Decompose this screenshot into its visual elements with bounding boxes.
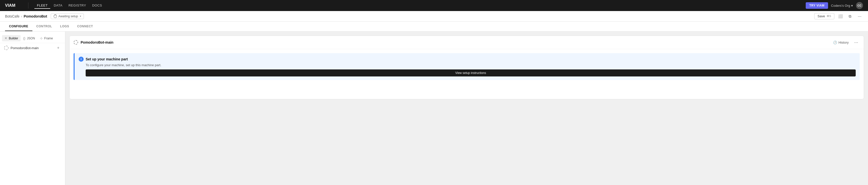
org-selector[interactable]: Coders's Org ▾ [831, 4, 853, 7]
sidebar-tools: ✕ Builder {} JSON ⊹ Frame [0, 34, 65, 43]
json-icon: {} [23, 36, 25, 40]
info-banner-header: i Set up your machine part [79, 57, 856, 62]
nav-divider [28, 2, 28, 8]
tab-configure[interactable]: CONFIGURE [5, 22, 32, 31]
info-icon: i [79, 57, 84, 62]
user-avatar[interactable]: CC [856, 2, 863, 9]
save-label: Save [817, 14, 825, 18]
info-title: Set up your machine part [86, 57, 128, 61]
card-more-button[interactable]: ⋯ [853, 39, 860, 46]
status-chevron-icon: ▾ [80, 15, 81, 17]
status-spinner-icon [54, 14, 57, 18]
org-name: Coders's Org [831, 4, 850, 7]
history-button[interactable]: 🕐 History [831, 40, 851, 45]
frame-icon: ⊹ [40, 36, 43, 40]
content-area: PomodoroBot-main 🕐 History ⋯ i Set up yo… [65, 32, 868, 185]
sidebar-tool-json[interactable]: {} JSON [21, 35, 37, 41]
nav-right: TRY VIAM Coders's Org ▾ CC [806, 2, 863, 9]
card-title-icon [73, 40, 78, 45]
info-banner: i Set up your machine part To configure … [73, 53, 860, 80]
breadcrumb-bar: BotsCafe › PomodoroBot Awaiting setup ▾ … [0, 11, 868, 22]
sidebar-tool-frame[interactable]: ⊹ Frame [37, 35, 56, 41]
logo: VIAM [5, 3, 20, 8]
breadcrumb-parent[interactable]: BotsCafe [5, 14, 20, 18]
sidebar-tool-builder[interactable]: ✕ Builder [2, 35, 21, 41]
org-chevron-icon: ▾ [851, 4, 853, 7]
view-setup-button[interactable]: View setup instructions [86, 69, 856, 76]
top-nav: VIAM FLEET DATA REGISTRY DOCS TRY VIAM C… [0, 0, 868, 11]
history-label: History [839, 41, 849, 44]
tab-connect[interactable]: CONNECT [73, 22, 97, 31]
card-title: PomodoroBot-main [81, 40, 829, 44]
breadcrumb-actions: Save ⌘S ⬜ ⧉ ⋯ [814, 13, 863, 20]
copy-icon[interactable]: ⧉ [846, 13, 854, 20]
sidebar-item-name: PomodoroBot-main [10, 46, 54, 50]
save-shortcut: ⌘S [827, 14, 831, 18]
nav-links: FLEET DATA REGISTRY DOCS [34, 2, 800, 9]
more-options-icon[interactable]: ⋯ [856, 13, 863, 20]
sidebar-add-button[interactable]: + [56, 45, 61, 51]
sidebar: ✕ Builder {} JSON ⊹ Frame PomodoroBot-ma… [0, 32, 65, 185]
breadcrumb-current: PomodoroBot [24, 14, 47, 18]
status-label: Awaiting setup [59, 14, 78, 18]
json-label: JSON [27, 37, 35, 40]
info-description: To configure your machine, set up this m… [86, 63, 856, 67]
tab-logs[interactable]: LOGS [56, 22, 73, 31]
card-header: PomodoroBot-main 🕐 History ⋯ [69, 36, 864, 49]
sidebar-item-pomodorobot[interactable]: PomodoroBot-main + [0, 43, 65, 53]
nav-docs[interactable]: DOCS [90, 2, 105, 9]
main-card: PomodoroBot-main 🕐 History ⋯ i Set up yo… [69, 36, 864, 99]
builder-label: Builder [9, 37, 18, 40]
monitor-icon[interactable]: ⬜ [837, 13, 844, 20]
tab-control[interactable]: CONTROL [32, 22, 56, 31]
svg-text:VIAM: VIAM [5, 3, 15, 7]
frame-label: Frame [44, 37, 53, 40]
card-body-empty [69, 84, 864, 99]
main-layout: ✕ Builder {} JSON ⊹ Frame PomodoroBot-ma… [0, 32, 868, 185]
nav-registry[interactable]: REGISTRY [66, 2, 89, 9]
nav-data[interactable]: DATA [51, 2, 65, 9]
builder-icon: ✕ [4, 36, 7, 40]
try-viam-button[interactable]: TRY VIAM [806, 2, 828, 9]
save-button[interactable]: Save ⌘S [814, 13, 834, 19]
tab-bar: CONFIGURE CONTROL LOGS CONNECT [0, 22, 868, 32]
part-icon [4, 46, 8, 50]
breadcrumb-separator: › [21, 14, 22, 18]
nav-fleet[interactable]: FLEET [34, 2, 50, 9]
status-badge[interactable]: Awaiting setup ▾ [51, 13, 84, 19]
card-header-actions: 🕐 History ⋯ [831, 39, 860, 46]
history-icon: 🕐 [833, 41, 837, 44]
